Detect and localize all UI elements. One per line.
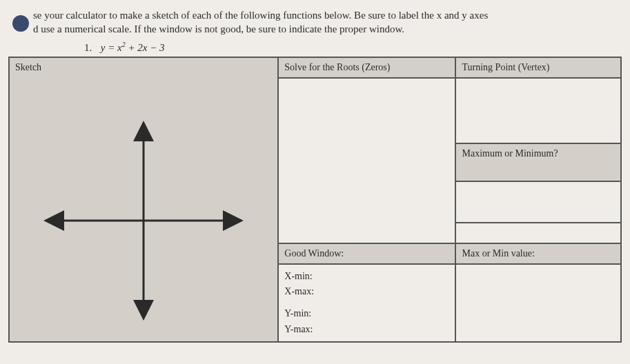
window-values-cell: X-min: X-max: Y-min: Y-max: [278, 264, 455, 343]
window-header: Good Window: [278, 243, 455, 264]
instructions-text: se your calculator to make a sketch of e… [33, 8, 622, 37]
maxmin-answer-cell [455, 181, 621, 223]
maxminval-answer-cell [455, 264, 621, 343]
maxminval-header: Max or Min value: [455, 243, 621, 264]
roots-header: Solve for the Roots (Zeros) [278, 57, 455, 78]
worksheet-table: Sketch Solve for the Roots (Zeros) Turni… [8, 57, 622, 343]
xmin-label: X-min: [284, 269, 449, 284]
roots-answer-cell [278, 78, 455, 243]
ymin-label: Y-min: [284, 306, 449, 321]
vertex-answer-cell [455, 78, 621, 143]
sketch-header: Sketch [15, 62, 272, 73]
ymax-label: Y-max: [284, 322, 449, 337]
equation-number: 1. [84, 42, 98, 54]
equation-expression: y = x2 + 2x − 3 [101, 42, 165, 53]
bullet-marker [12, 15, 29, 32]
axes-icon [40, 117, 247, 324]
table-row: Sketch Solve for the Roots (Zeros) Turni… [9, 57, 621, 78]
sketch-area [15, 73, 272, 349]
equation-row: 1. y = x2 + 2x − 3 [84, 41, 622, 54]
instructions-line2: d use a numerical scale. If the window i… [33, 23, 404, 34]
spacer-cell [455, 223, 621, 243]
vertex-header: Turning Point (Vertex) [455, 57, 621, 78]
instructions-line1: se your calculator to make a sketch of e… [33, 10, 488, 21]
maxmin-header: Maximum or Minimum? [455, 143, 621, 181]
xmax-label: X-max: [284, 284, 449, 299]
